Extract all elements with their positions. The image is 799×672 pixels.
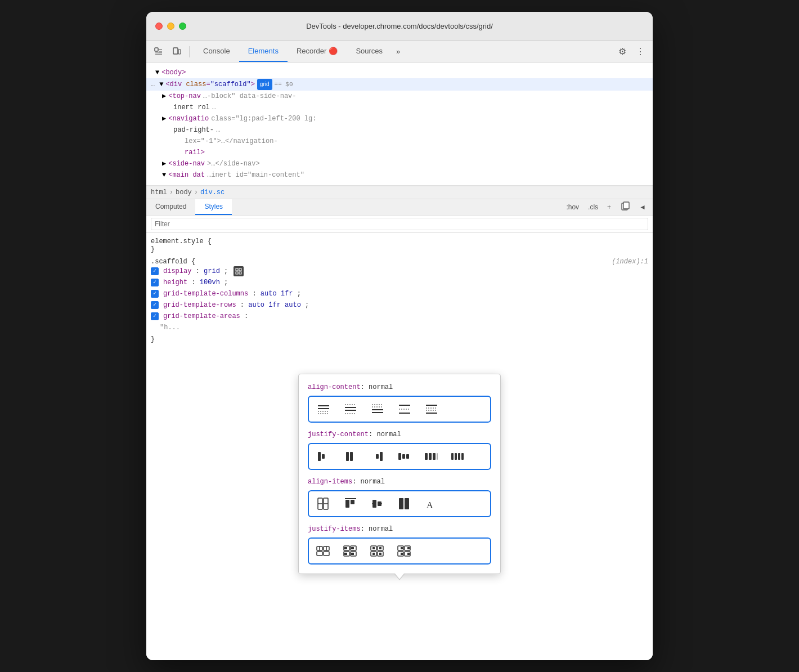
svg-rect-32 <box>376 454 379 459</box>
svg-rect-61 <box>324 552 329 555</box>
hov-button[interactable]: :hov <box>564 202 581 212</box>
cls-button[interactable]: .cls <box>586 202 600 212</box>
svg-rect-56 <box>405 498 409 509</box>
svg-rect-51 <box>351 500 354 504</box>
popup-justify-items-section: justify-items: normal <box>308 525 491 565</box>
dom-line: ▶ <navigatio class="lg:pad-left-200 lg: <box>158 113 653 124</box>
svg-rect-36 <box>406 454 409 459</box>
svg-rect-41 <box>451 453 454 460</box>
rule-element-style: element.style { } <box>151 238 648 253</box>
align-items-start-btn[interactable] <box>338 494 363 514</box>
align-items-center-btn[interactable] <box>365 494 390 514</box>
property-checkbox[interactable]: ✓ <box>151 267 159 275</box>
svg-rect-84 <box>401 547 403 549</box>
justify-content-space-between-btn[interactable] <box>392 446 417 467</box>
dom-triangle[interactable]: ▼ <box>159 79 163 89</box>
tab-bar: Console Elements Recorder 🔴 Sources » <box>194 41 405 62</box>
svg-rect-55 <box>399 498 403 509</box>
svg-rect-6 <box>239 268 241 271</box>
popup-align-items-label: align-items: normal <box>308 478 491 486</box>
justify-items-normal-btn[interactable] <box>311 541 336 561</box>
breadcrumb-html[interactable]: html <box>151 189 167 196</box>
popup-align-items-section: align-items: normal <box>308 478 491 517</box>
dom-line: inert rol … <box>169 102 653 113</box>
svg-rect-43 <box>458 453 460 460</box>
svg-rect-76 <box>372 547 375 549</box>
sidebar-toggle-icon[interactable]: ◄ <box>637 202 648 212</box>
dom-triangle[interactable]: ▶ <box>162 159 166 169</box>
close-button[interactable] <box>155 23 163 30</box>
copy-styles-icon[interactable] <box>618 200 632 214</box>
align-content-start-btn[interactable] <box>311 399 336 419</box>
property-checkbox[interactable]: ✓ <box>151 290 159 298</box>
property-checkbox[interactable]: ✓ <box>151 312 159 320</box>
maximize-button[interactable] <box>179 23 186 30</box>
align-items-buttons: A <box>308 490 491 517</box>
svg-rect-8 <box>239 272 241 274</box>
popup-align-content-section: align-content: normal <box>308 383 491 423</box>
justify-content-space-evenly-btn[interactable] <box>446 446 471 467</box>
dom-triangle[interactable]: ▶ <box>162 91 166 101</box>
justify-content-start-btn[interactable] <box>311 446 336 467</box>
file-reference[interactable]: (index):1 <box>612 258 648 266</box>
justify-items-end-btn[interactable] <box>392 541 417 561</box>
dom-triangle[interactable]: ▼ <box>162 170 166 180</box>
tab-computed[interactable]: Computed <box>146 199 195 215</box>
tab-elements[interactable]: Elements <box>239 41 288 62</box>
svg-rect-39 <box>433 453 436 460</box>
property-areas-value: "h... <box>151 322 648 333</box>
tab-recorder[interactable]: Recorder 🔴 <box>288 41 347 62</box>
device-icon[interactable] <box>169 44 185 60</box>
align-content-space-around-btn[interactable] <box>419 399 444 419</box>
align-content-space-between-btn[interactable] <box>392 399 417 419</box>
tab-styles[interactable]: Styles <box>195 199 232 215</box>
dom-panel: ▼ <body> … ▼ <div class="scaffold"> grid… <box>146 62 653 186</box>
tab-console[interactable]: Console <box>194 41 239 62</box>
property-grid-template-columns: ✓ grid-template-columns : auto 1fr ; <box>151 288 648 299</box>
svg-rect-2 <box>178 50 181 54</box>
svg-rect-37 <box>425 453 428 460</box>
titlebar: DevTools - developer.chrome.com/docs/dev… <box>146 12 653 41</box>
grid-layout-icon[interactable] <box>234 266 244 276</box>
svg-rect-40 <box>437 453 438 460</box>
align-content-end-btn[interactable] <box>365 399 390 419</box>
dom-triangle[interactable]: ▶ <box>162 114 166 124</box>
tab-sources[interactable]: Sources <box>347 41 392 62</box>
filter-input[interactable] <box>151 218 648 230</box>
justify-content-end-btn[interactable] <box>365 446 390 467</box>
property-checkbox[interactable]: ✓ <box>151 279 159 286</box>
dom-triangle[interactable]: ▼ <box>155 68 159 78</box>
svg-rect-35 <box>402 454 405 459</box>
more-options-icon[interactable]: ⋮ <box>632 44 648 60</box>
minimize-button[interactable] <box>167 23 174 30</box>
justify-items-start-btn[interactable] <box>338 541 363 561</box>
inspector-icon[interactable] <box>151 44 167 60</box>
align-items-baseline-btn[interactable]: A <box>419 494 444 514</box>
breadcrumb-body[interactable]: body <box>176 189 192 196</box>
styles-right-buttons: :hov .cls + ◄ <box>564 200 653 214</box>
grid-badge[interactable]: grid <box>257 79 272 90</box>
justify-items-center-btn[interactable] <box>365 541 390 561</box>
add-style-button[interactable]: + <box>605 202 613 212</box>
window-title: DevTools - developer.chrome.com/docs/dev… <box>306 22 493 30</box>
align-items-normal-btn[interactable] <box>311 494 336 514</box>
tab-more-button[interactable]: » <box>392 41 405 62</box>
align-items-stretch-btn[interactable] <box>392 494 417 514</box>
svg-rect-70 <box>344 553 347 555</box>
breadcrumb-divsc[interactable]: div.sc <box>200 189 225 196</box>
justify-content-space-around-btn[interactable] <box>419 446 444 467</box>
svg-rect-29 <box>322 454 325 459</box>
justify-content-center-btn[interactable] <box>338 446 363 467</box>
property-checkbox[interactable]: ✓ <box>151 301 159 309</box>
svg-rect-4 <box>623 202 629 209</box>
rule-selector: element.style { <box>151 238 648 245</box>
settings-icon[interactable]: ⚙ <box>614 44 630 60</box>
svg-rect-44 <box>461 453 464 460</box>
svg-rect-5 <box>236 268 238 271</box>
property-grid-template-areas: ✓ grid-template-areas : <box>151 311 648 322</box>
align-content-center-btn[interactable] <box>338 399 363 419</box>
svg-rect-30 <box>346 452 349 461</box>
dom-line: pad-right- … <box>169 124 653 136</box>
property-height: ✓ height : 100vh ; <box>151 277 648 288</box>
svg-rect-79 <box>379 553 381 555</box>
